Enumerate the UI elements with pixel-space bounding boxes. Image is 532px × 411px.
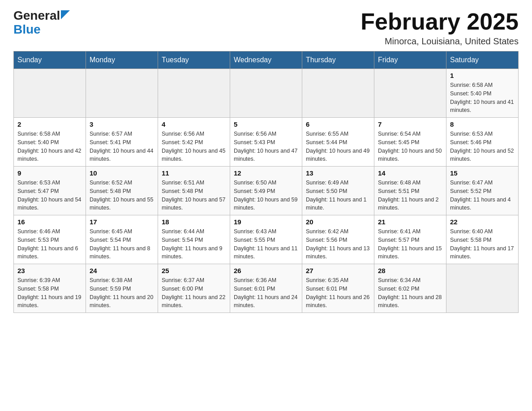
calendar-week-4: 16Sunrise: 6:46 AM Sunset: 5:53 PM Dayli… bbox=[14, 215, 519, 264]
table-row: 23Sunrise: 6:39 AM Sunset: 5:58 PM Dayli… bbox=[14, 264, 86, 313]
table-row: 7Sunrise: 6:54 AM Sunset: 5:45 PM Daylig… bbox=[374, 118, 446, 167]
table-row: 12Sunrise: 6:50 AM Sunset: 5:49 PM Dayli… bbox=[230, 167, 302, 215]
day-info: Sunrise: 6:54 AM Sunset: 5:45 PM Dayligh… bbox=[378, 130, 442, 163]
day-number: 22 bbox=[450, 218, 515, 226]
day-number: 13 bbox=[306, 169, 370, 177]
day-info: Sunrise: 6:34 AM Sunset: 6:02 PM Dayligh… bbox=[378, 276, 442, 310]
table-row: 15Sunrise: 6:47 AM Sunset: 5:52 PM Dayli… bbox=[446, 167, 519, 215]
day-number: 25 bbox=[162, 267, 226, 274]
title-area: February 2025 Minorca, Louisiana, United… bbox=[360, 9, 519, 47]
table-row: 16Sunrise: 6:46 AM Sunset: 5:53 PM Dayli… bbox=[14, 215, 86, 264]
day-number: 19 bbox=[234, 218, 298, 226]
table-row bbox=[374, 69, 446, 118]
day-number: 6 bbox=[306, 120, 370, 128]
logo: General Blue bbox=[13, 9, 70, 37]
day-number: 23 bbox=[17, 267, 82, 274]
header-thursday: Thursday bbox=[302, 51, 374, 69]
table-row: 20Sunrise: 6:42 AM Sunset: 5:56 PM Dayli… bbox=[302, 215, 374, 264]
table-row: 14Sunrise: 6:48 AM Sunset: 5:51 PM Dayli… bbox=[374, 167, 446, 215]
day-number: 7 bbox=[378, 120, 442, 128]
day-info: Sunrise: 6:35 AM Sunset: 6:01 PM Dayligh… bbox=[306, 276, 370, 310]
day-number: 3 bbox=[90, 120, 154, 128]
header-tuesday: Tuesday bbox=[158, 51, 230, 69]
table-row bbox=[230, 69, 302, 118]
day-number: 14 bbox=[378, 169, 442, 177]
day-number: 26 bbox=[234, 267, 298, 274]
day-info: Sunrise: 6:37 AM Sunset: 6:00 PM Dayligh… bbox=[162, 276, 226, 310]
table-row: 1Sunrise: 6:58 AM Sunset: 5:40 PM Daylig… bbox=[446, 69, 519, 118]
header-monday: Monday bbox=[86, 51, 158, 69]
day-number: 17 bbox=[90, 218, 154, 226]
calendar-week-2: 2Sunrise: 6:58 AM Sunset: 5:40 PM Daylig… bbox=[14, 118, 519, 167]
table-row: 11Sunrise: 6:51 AM Sunset: 5:48 PM Dayli… bbox=[158, 167, 230, 215]
logo-general-text: General bbox=[13, 9, 60, 23]
table-row: 27Sunrise: 6:35 AM Sunset: 6:01 PM Dayli… bbox=[302, 264, 374, 313]
day-info: Sunrise: 6:38 AM Sunset: 5:59 PM Dayligh… bbox=[90, 276, 154, 310]
table-row: 6Sunrise: 6:55 AM Sunset: 5:44 PM Daylig… bbox=[302, 118, 374, 167]
day-info: Sunrise: 6:40 AM Sunset: 5:58 PM Dayligh… bbox=[450, 227, 515, 261]
month-title: February 2025 bbox=[360, 9, 519, 34]
table-row: 18Sunrise: 6:44 AM Sunset: 5:54 PM Dayli… bbox=[158, 215, 230, 264]
table-row: 22Sunrise: 6:40 AM Sunset: 5:58 PM Dayli… bbox=[446, 215, 519, 264]
table-row bbox=[14, 69, 86, 118]
calendar-week-1: 1Sunrise: 6:58 AM Sunset: 5:40 PM Daylig… bbox=[14, 69, 519, 118]
day-number: 15 bbox=[450, 169, 515, 177]
calendar-header-row: Sunday Monday Tuesday Wednesday Thursday… bbox=[14, 51, 519, 69]
day-info: Sunrise: 6:42 AM Sunset: 5:56 PM Dayligh… bbox=[306, 227, 370, 261]
day-info: Sunrise: 6:55 AM Sunset: 5:44 PM Dayligh… bbox=[306, 130, 370, 163]
header-saturday: Saturday bbox=[446, 51, 519, 69]
header-friday: Friday bbox=[374, 51, 446, 69]
day-info: Sunrise: 6:56 AM Sunset: 5:42 PM Dayligh… bbox=[162, 130, 226, 163]
table-row: 10Sunrise: 6:52 AM Sunset: 5:48 PM Dayli… bbox=[86, 167, 158, 215]
day-number: 27 bbox=[306, 267, 370, 274]
calendar-week-5: 23Sunrise: 6:39 AM Sunset: 5:58 PM Dayli… bbox=[14, 264, 519, 313]
header-wednesday: Wednesday bbox=[230, 51, 302, 69]
table-row: 24Sunrise: 6:38 AM Sunset: 5:59 PM Dayli… bbox=[86, 264, 158, 313]
day-info: Sunrise: 6:47 AM Sunset: 5:52 PM Dayligh… bbox=[450, 179, 515, 212]
day-info: Sunrise: 6:45 AM Sunset: 5:54 PM Dayligh… bbox=[90, 227, 154, 261]
day-info: Sunrise: 6:52 AM Sunset: 5:48 PM Dayligh… bbox=[90, 179, 154, 212]
table-row: 8Sunrise: 6:53 AM Sunset: 5:46 PM Daylig… bbox=[446, 118, 519, 167]
day-info: Sunrise: 6:39 AM Sunset: 5:58 PM Dayligh… bbox=[17, 276, 82, 310]
day-info: Sunrise: 6:53 AM Sunset: 5:47 PM Dayligh… bbox=[17, 179, 82, 212]
day-number: 1 bbox=[450, 72, 515, 79]
day-info: Sunrise: 6:49 AM Sunset: 5:50 PM Dayligh… bbox=[306, 179, 370, 212]
table-row: 5Sunrise: 6:56 AM Sunset: 5:43 PM Daylig… bbox=[230, 118, 302, 167]
location-subtitle: Minorca, Louisiana, United States bbox=[360, 36, 519, 47]
day-info: Sunrise: 6:56 AM Sunset: 5:43 PM Dayligh… bbox=[234, 130, 298, 163]
day-info: Sunrise: 6:53 AM Sunset: 5:46 PM Dayligh… bbox=[450, 130, 515, 163]
table-row: 21Sunrise: 6:41 AM Sunset: 5:57 PM Dayli… bbox=[374, 215, 446, 264]
table-row: 13Sunrise: 6:49 AM Sunset: 5:50 PM Dayli… bbox=[302, 167, 374, 215]
table-row bbox=[302, 69, 374, 118]
table-row: 19Sunrise: 6:43 AM Sunset: 5:55 PM Dayli… bbox=[230, 215, 302, 264]
svg-marker-0 bbox=[61, 10, 70, 19]
day-number: 20 bbox=[306, 218, 370, 226]
logo-arrow-icon bbox=[61, 10, 70, 19]
calendar-table: Sunday Monday Tuesday Wednesday Thursday… bbox=[13, 51, 519, 313]
day-info: Sunrise: 6:58 AM Sunset: 5:40 PM Dayligh… bbox=[17, 130, 82, 163]
day-number: 24 bbox=[90, 267, 154, 274]
day-number: 8 bbox=[450, 120, 515, 128]
day-info: Sunrise: 6:48 AM Sunset: 5:51 PM Dayligh… bbox=[378, 179, 442, 212]
day-number: 9 bbox=[17, 169, 82, 177]
table-row: 2Sunrise: 6:58 AM Sunset: 5:40 PM Daylig… bbox=[14, 118, 86, 167]
table-row bbox=[158, 69, 230, 118]
table-row bbox=[86, 69, 158, 118]
day-info: Sunrise: 6:57 AM Sunset: 5:41 PM Dayligh… bbox=[90, 130, 154, 163]
table-row: 3Sunrise: 6:57 AM Sunset: 5:41 PM Daylig… bbox=[86, 118, 158, 167]
day-number: 12 bbox=[234, 169, 298, 177]
day-number: 11 bbox=[162, 169, 226, 177]
day-number: 5 bbox=[234, 120, 298, 128]
header-sunday: Sunday bbox=[14, 51, 86, 69]
calendar-week-3: 9Sunrise: 6:53 AM Sunset: 5:47 PM Daylig… bbox=[14, 167, 519, 215]
table-row bbox=[446, 264, 519, 313]
day-info: Sunrise: 6:36 AM Sunset: 6:01 PM Dayligh… bbox=[234, 276, 298, 310]
day-info: Sunrise: 6:50 AM Sunset: 5:49 PM Dayligh… bbox=[234, 179, 298, 212]
day-number: 10 bbox=[90, 169, 154, 177]
table-row: 17Sunrise: 6:45 AM Sunset: 5:54 PM Dayli… bbox=[86, 215, 158, 264]
table-row: 26Sunrise: 6:36 AM Sunset: 6:01 PM Dayli… bbox=[230, 264, 302, 313]
day-info: Sunrise: 6:43 AM Sunset: 5:55 PM Dayligh… bbox=[234, 227, 298, 261]
day-info: Sunrise: 6:46 AM Sunset: 5:53 PM Dayligh… bbox=[17, 227, 82, 261]
day-number: 4 bbox=[162, 120, 226, 128]
table-row: 4Sunrise: 6:56 AM Sunset: 5:42 PM Daylig… bbox=[158, 118, 230, 167]
